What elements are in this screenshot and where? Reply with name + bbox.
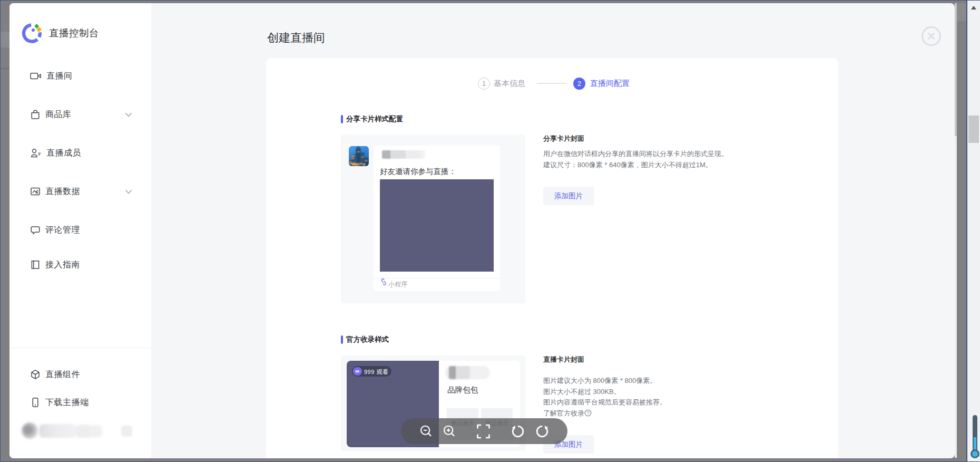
svg-text:?: ? <box>587 410 590 416</box>
